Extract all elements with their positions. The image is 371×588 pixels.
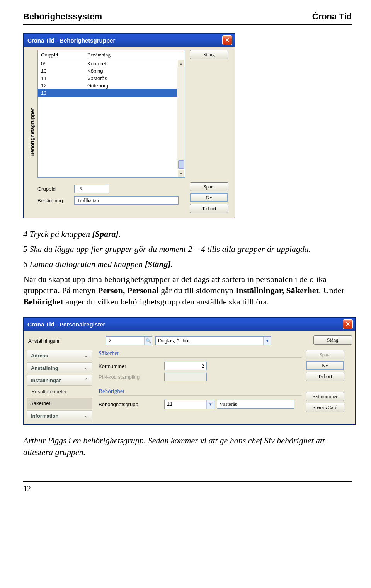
vertical-tab[interactable]: Behörighetsgrupper xyxy=(27,50,37,215)
combo-value: 11 xyxy=(165,400,175,409)
titlebar: Crona Tid - Personalregister ✕ xyxy=(24,318,355,331)
chevron-down-icon[interactable]: ▾ xyxy=(206,400,214,409)
section-behorighet: Behörighet xyxy=(99,388,302,396)
cell-name: Göteborg xyxy=(84,82,185,89)
list-row[interactable]: 09 Kontoret xyxy=(38,60,185,67)
close-icon[interactable]: ✕ xyxy=(222,35,232,45)
scroll-up-icon[interactable]: ▴ xyxy=(177,60,185,67)
behorighetsgrupp-text[interactable] xyxy=(217,400,294,409)
list-row[interactable]: 10 Köping xyxy=(38,67,185,75)
anstallningsnr-label: Anställningsnr xyxy=(28,338,78,344)
nav-installningar[interactable]: Inställningar⌃ xyxy=(27,375,92,386)
nav-sub-resultat[interactable]: Resultatenheter xyxy=(27,387,92,396)
cell-name: Kontoret xyxy=(84,60,185,67)
ny-button[interactable]: Ny xyxy=(306,361,344,370)
close-icon[interactable]: ✕ xyxy=(343,319,353,329)
stang-button[interactable]: Stäng xyxy=(190,50,228,59)
cell-name: Västerås xyxy=(84,75,185,82)
list-header: GruppId Benämning xyxy=(38,50,185,60)
list-row[interactable]: 12 Göteborg xyxy=(38,82,185,89)
behorighetsgrupp-label: Behörighetsgrupp xyxy=(99,402,164,407)
gruppid-label: GruppId xyxy=(37,186,74,192)
employee-name-combo[interactable]: Doglas, Arthur ▾ xyxy=(155,336,271,345)
cell-id: 13 xyxy=(38,89,84,97)
chevron-up-icon: ⌃ xyxy=(84,378,88,383)
grupper-list[interactable]: GruppId Benämning 09 Kontoret 10 Köping xyxy=(37,50,185,178)
tabort-button[interactable]: Ta bort xyxy=(306,372,344,381)
cell-name xyxy=(84,89,185,97)
header-right: Črona Tid xyxy=(312,12,352,22)
anstallningsnr-combo[interactable]: 2 🔍 xyxy=(106,336,152,345)
section-sakerhet: Säkerhet xyxy=(99,350,302,358)
header-gruppid[interactable]: GruppId xyxy=(38,50,84,60)
ny-button[interactable]: Ny xyxy=(190,193,228,202)
step-6: 6 Lämna dialogrutan med knappen [Stäng]. xyxy=(23,258,352,270)
combo-value: 2 xyxy=(106,337,114,345)
chevron-down-icon: ⌄ xyxy=(84,413,88,419)
step-4: 4 Tryck på knappen [Spara]. xyxy=(23,228,352,239)
dialog-personalregister: Crona Tid - Personalregister ✕ Anställni… xyxy=(23,317,356,425)
window-title: Crona Tid - Behörighetsgrupper xyxy=(27,37,115,44)
step-5: 5 Ska du lägga upp fler grupper gör du m… xyxy=(23,243,352,255)
titlebar: Crona Tid - Behörighetsgrupper ✕ xyxy=(24,34,235,47)
benamning-field[interactable] xyxy=(74,196,179,205)
nav-panel: Adress⌄ Anställning⌄ Inställningar⌃ Resu… xyxy=(27,350,92,421)
header-benamning[interactable]: Benämning xyxy=(84,50,185,60)
dialog-behorighetsgrupper: Crona Tid - Behörighetsgrupper ✕ Behörig… xyxy=(23,33,235,218)
cell-id: 10 xyxy=(38,67,84,75)
page-footer: 12 xyxy=(23,481,352,493)
nav-sub-sakerhet[interactable]: Säkerhet xyxy=(27,398,92,409)
cell-id: 12 xyxy=(38,82,84,89)
paragraph-explain: När du skapat upp dina behörighetsgruppe… xyxy=(23,273,352,307)
lookup-icon[interactable]: 🔍 xyxy=(144,337,152,345)
nav-adress[interactable]: Adress⌄ xyxy=(27,350,92,361)
list-row[interactable]: 11 Västerås xyxy=(38,75,185,82)
chevron-down-icon: ⌄ xyxy=(84,365,88,371)
scroll-thumb[interactable] xyxy=(178,160,184,169)
pin-field xyxy=(164,373,207,381)
spara-button[interactable]: Spara xyxy=(190,182,228,191)
kortnummer-label: Kortnummer xyxy=(99,363,164,369)
content-panel: Säkerhet Kortnummer PIN-kod stämpling Be… xyxy=(96,350,302,421)
benamning-label: Benämning xyxy=(37,198,74,203)
bytnummer-button[interactable]: Byt nummer xyxy=(306,392,344,401)
scrollbar[interactable]: ▴ ▾ xyxy=(177,60,185,177)
nav-anstallning[interactable]: Anställning⌄ xyxy=(27,362,92,373)
combo-value: Doglas, Arthur xyxy=(156,337,192,345)
nav-information[interactable]: Information⌄ xyxy=(27,410,92,421)
pin-label: PIN-kod stämpling xyxy=(99,374,164,380)
vertical-tab-label: Behörighetsgrupper xyxy=(29,108,35,157)
spara-button[interactable]: Spara xyxy=(306,350,344,359)
cell-id: 09 xyxy=(38,60,84,67)
list-row-selected[interactable]: 13 xyxy=(38,89,185,97)
cell-name: Köping xyxy=(84,67,185,75)
body-text: 4 Tryck på knappen [Spara]. 5 Ska du läg… xyxy=(23,228,352,307)
stang-button[interactable]: Stäng xyxy=(313,335,352,345)
sparavcard-button[interactable]: Spara vCard xyxy=(306,403,344,412)
behorighetsgrupp-combo[interactable]: 11 ▾ xyxy=(164,400,214,409)
chevron-down-icon[interactable]: ▾ xyxy=(263,337,271,345)
scroll-down-icon[interactable]: ▾ xyxy=(177,169,185,177)
figure-caption: Arthur läggs i en behörighetsgrupp. Seda… xyxy=(23,435,352,458)
cell-id: 11 xyxy=(38,75,84,82)
chevron-down-icon: ⌄ xyxy=(84,353,88,358)
right-buttons: Spara Ny Ta bort Byt nummer Spara vCard xyxy=(306,350,352,421)
gruppid-field[interactable] xyxy=(74,185,109,193)
tabort-button[interactable]: Ta bort xyxy=(190,204,228,213)
window-title: Crona Tid - Personalregister xyxy=(27,321,105,328)
header-left: Behörighetssystem xyxy=(23,12,102,22)
page-header: Behörighetssystem Črona Tid xyxy=(23,12,352,25)
kortnummer-field[interactable] xyxy=(164,362,207,370)
